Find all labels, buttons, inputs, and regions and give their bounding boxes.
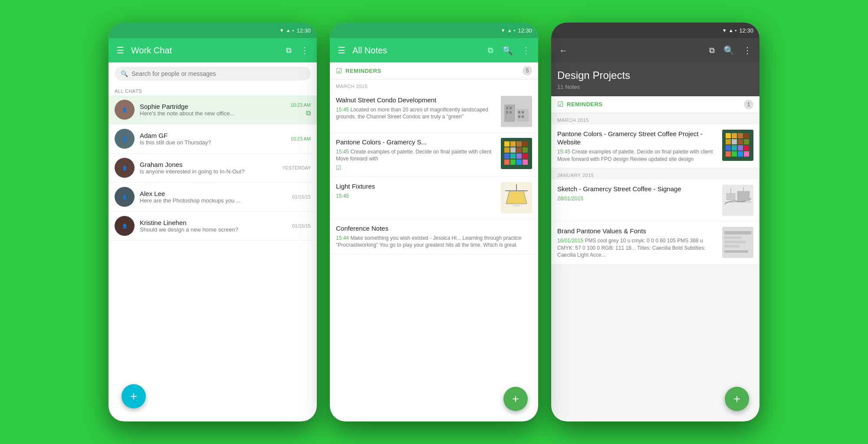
svg-rect-24 xyxy=(504,160,510,165)
app-bar-2: ☰ All Notes ⧉ 🔍 ⋮ xyxy=(330,38,538,62)
note-title-pantone-2: Pantone Colors - Gramercy S... xyxy=(336,138,496,147)
network-icon-2: ▲ xyxy=(507,28,512,33)
note-text-walnut-body: Located on more than 20 acres of magnifi… xyxy=(336,107,488,120)
note-preview-brand-3: 16/01/2015 PMS cool grey 10 u cmyk: 0 0 … xyxy=(557,237,718,259)
phone-3: ▼ ▲ ▪ 12:30 ← ⧉ 🔍 ⋮ Design Projects 11 N… xyxy=(551,23,760,421)
reminder-check-icon: ☑ xyxy=(336,164,496,171)
note-pantone-2[interactable]: Pantone Colors - Gramercy S... 15:45 Cre… xyxy=(330,133,538,177)
note-thumb-walnut xyxy=(501,96,532,127)
status-bar-1: ▼ ▲ ▪ 12:30 xyxy=(108,23,317,38)
svg-rect-13 xyxy=(510,141,516,147)
overflow-icon[interactable]: ⋮ xyxy=(299,43,311,57)
note-sketch-3[interactable]: Sketch - Gramercy Street Coffee - Signag… xyxy=(551,180,760,222)
evernote-icon-2[interactable]: ⧉ xyxy=(486,44,495,57)
detail-content: ☑ REMINDERS 1 MARCH 2015 Pantone Colors … xyxy=(551,96,760,415)
avatar-kristine: 👤 xyxy=(115,216,135,236)
reminders-section-3[interactable]: ☑ REMINDERS 1 xyxy=(551,96,760,113)
svg-rect-22 xyxy=(516,153,522,159)
phone-1: ▼ ▲ ▪ 12:30 ☰ Work Chat ⧉ ⋮ + 🔍 xyxy=(108,23,317,421)
chat-item-kristine[interactable]: 👤 Kristine Linehen Should we design a ne… xyxy=(108,212,317,241)
chat-meta-sophie: 10:23 AM ⧉ xyxy=(291,102,311,117)
app-bar-3: ← ⧉ 🔍 ⋮ xyxy=(551,38,760,62)
overflow-icon-2[interactable]: ⋮ xyxy=(520,43,532,57)
svg-rect-8 xyxy=(522,111,524,114)
status-icons-1: ▼ ▲ ▪ xyxy=(279,28,294,33)
detail-fab[interactable]: + xyxy=(725,387,749,411)
svg-rect-17 xyxy=(510,147,516,153)
chat-meta-adam: 10:23 AM xyxy=(291,136,311,141)
note-walnut[interactable]: Walnut Street Condo Development 15:45 Lo… xyxy=(330,91,538,133)
note-title-brand-3: Brand Pantone Values & Fonts xyxy=(557,227,718,235)
note-preview-conference: 15:44 Make something you wish existed - … xyxy=(336,235,532,249)
svg-rect-15 xyxy=(523,141,528,147)
note-preview-pantone-3: 15:45 Create examples of palette. Decide… xyxy=(557,148,718,163)
svg-rect-43 xyxy=(738,145,743,150)
chat-item-alex[interactable]: 👤 Alex Lee Here are the Photoshop mockup… xyxy=(108,183,317,212)
svg-rect-58 xyxy=(724,241,746,243)
network-icon: ▲ xyxy=(286,28,291,33)
svg-rect-33 xyxy=(726,133,731,138)
note-time-brand-3: 16/01/2015 xyxy=(557,238,583,244)
chat-info-graham: Graham Jones Is anyone interested in goi… xyxy=(140,161,277,175)
search-icon-2[interactable]: 🔍 xyxy=(500,43,515,57)
menu-icon-2[interactable]: ☰ xyxy=(336,43,347,57)
svg-rect-30 xyxy=(513,204,520,206)
signal-icon-3: ▼ xyxy=(722,28,727,33)
svg-rect-21 xyxy=(510,153,516,159)
reminders-label-2: REMINDERS xyxy=(345,68,519,74)
chat-name-sophie: Sophie Partridge xyxy=(140,103,286,110)
new-chat-fab[interactable]: + xyxy=(122,384,146,408)
chat-item-graham[interactable]: 👤 Graham Jones Is anyone interested in g… xyxy=(108,153,317,183)
note-fixtures[interactable]: Light Fixtures 15:45 xyxy=(330,177,538,219)
overflow-icon-3[interactable]: ⋮ xyxy=(741,43,753,57)
note-text-conference: Conference Notes 15:44 Make something yo… xyxy=(336,224,532,249)
svg-rect-19 xyxy=(523,147,528,153)
phones-container: ▼ ▲ ▪ 12:30 ☰ Work Chat ⧉ ⋮ + 🔍 xyxy=(0,0,868,444)
battery-icon-2: ▪ xyxy=(514,28,516,33)
chat-preview-graham: Is anyone interested in going to In-N-Ou… xyxy=(140,168,277,175)
svg-rect-27 xyxy=(523,160,528,165)
svg-rect-16 xyxy=(504,147,510,153)
reminder-icon-3: ☑ xyxy=(557,100,563,108)
back-icon[interactable]: ← xyxy=(557,44,569,57)
reminders-section-2[interactable]: ☑ REMINDERS 5 xyxy=(330,62,538,79)
plus-icon-notes: + xyxy=(512,392,519,406)
chat-item-adam[interactable]: 👤 Adam GF Is this still due on Thursday?… xyxy=(108,124,317,153)
svg-rect-12 xyxy=(504,141,510,147)
status-time-1: 12:30 xyxy=(296,27,311,34)
note-text-brand-3: Brand Pantone Values & Fonts 16/01/2015 … xyxy=(557,227,718,259)
avatar-graham: 👤 xyxy=(115,158,135,178)
evernote-icon-3[interactable]: ⧉ xyxy=(707,44,717,57)
notes-fab[interactable]: + xyxy=(503,387,528,411)
search-icon-3[interactable]: 🔍 xyxy=(722,43,736,57)
chat-time-sophie: 10:23 AM xyxy=(291,102,311,108)
menu-icon[interactable]: ☰ xyxy=(115,43,126,57)
note-time-pantone-3: 15:45 xyxy=(557,149,570,155)
battery-icon: ▪ xyxy=(293,28,294,33)
note-preview-walnut: 15:45 Located on more than 20 acres of m… xyxy=(336,106,496,121)
note-pantone-3[interactable]: Pantone Colors - Gramercy Street Coffee … xyxy=(551,124,760,169)
reminders-label-3: REMINDERS xyxy=(567,101,740,108)
note-thumb-pantone-2 xyxy=(501,138,532,169)
note-conference[interactable]: Conference Notes 15:44 Make something yo… xyxy=(330,219,538,255)
battery-icon-3: ▪ xyxy=(735,28,737,33)
note-brand-3[interactable]: Brand Pantone Values & Fonts 16/01/2015 … xyxy=(551,222,760,264)
note-title-sketch-3: Sketch - Gramercy Street Coffee - Signag… xyxy=(557,185,718,193)
svg-rect-42 xyxy=(732,145,737,150)
svg-rect-60 xyxy=(724,250,748,253)
note-body-pantone-3: Create examples of palette. Decide on fi… xyxy=(557,149,713,162)
chat-meta-graham: YESTERDAY xyxy=(282,165,311,170)
note-thumb-fixtures xyxy=(501,182,532,213)
chat-info-adam: Adam GF Is this still due on Thursday? xyxy=(140,132,286,146)
note-thumb-pantone-3 xyxy=(722,130,753,161)
note-text-walnut: Walnut Street Condo Development 15:45 Lo… xyxy=(336,96,496,121)
svg-rect-41 xyxy=(726,145,731,150)
chat-item-sophie[interactable]: 👤 Sophie Partridge Here's the note about… xyxy=(108,95,317,124)
note-body-pantone-2: Create examples of palette. Decide on fi… xyxy=(336,149,491,162)
month-march-3: MARCH 2015 xyxy=(551,113,760,124)
evernote-icon[interactable]: ⧉ xyxy=(284,44,293,57)
svg-rect-45 xyxy=(726,151,731,157)
chat-time-alex: 01/15/15 xyxy=(292,194,311,199)
status-time-2: 12:30 xyxy=(518,27,532,34)
search-input[interactable] xyxy=(132,70,305,77)
